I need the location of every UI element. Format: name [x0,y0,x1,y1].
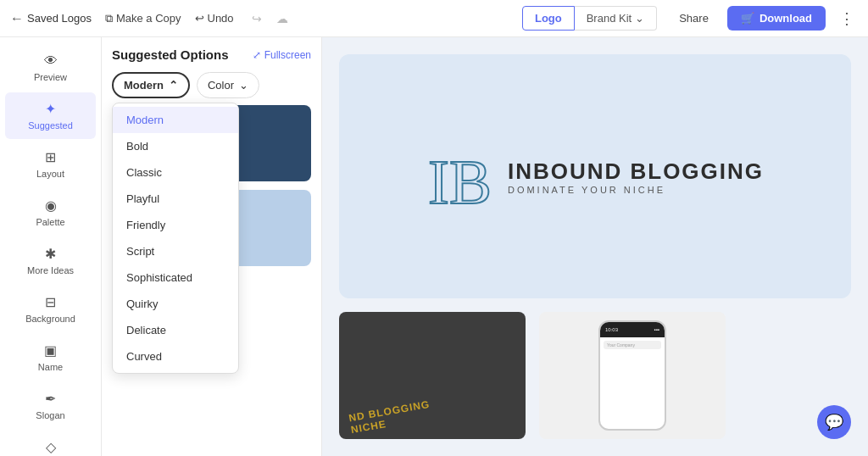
brandkit-label: Brand Kit [587,12,632,25]
sidebar-label-background: Background [25,314,75,324]
chat-icon: 💬 [825,413,843,431]
share-button[interactable]: Share [670,7,717,30]
dropdown-item-modern[interactable]: Modern [113,107,238,133]
sidebar-label-suggested: Suggested [28,120,73,131]
phone-screen: Your Company [600,337,665,429]
logo-text: INBOUND BLOGGING DOMINATE YOUR NICHE [508,158,764,195]
dropdown-item-quirky[interactable]: Quirky [113,291,238,317]
sidebar-label-more-ideas: More Ideas [27,265,74,275]
sidebar: 👁 Preview ✦ Suggested ⊞ Layout ◉ Palette… [0,37,102,456]
layout-icon: ⊞ [45,149,56,165]
preview-area: IB INBOUND BLOGGING DOMINATE YOUR NICHE … [322,37,868,456]
back-arrow-icon: ← [10,11,24,26]
topnav-icons: ↪ ☁ [248,9,292,28]
tab-brandkit[interactable]: Brand Kit ⌄ [575,6,657,31]
make-copy-button[interactable]: ⧉ Make a Copy [105,12,181,25]
main-content: 👁 Preview ✦ Suggested ⊞ Layout ◉ Palette… [0,37,868,456]
fullscreen-button[interactable]: ⤢ Fullscreen [253,49,311,61]
card-logo-text: ND BLOGGINGNICHE [348,398,432,436]
copy-icon: ⧉ [105,12,113,25]
main-logo-preview[interactable]: IB INBOUND BLOGGING DOMINATE YOUR NICHE [339,54,851,298]
more-menu-button[interactable]: ⋮ [836,6,858,31]
panel-header: Suggested Options ⤢ Fullscreen [112,47,311,62]
back-button[interactable]: ← Saved Logos [10,11,92,26]
symbol-icon: ◇ [46,439,56,455]
tab-logo[interactable]: Logo [522,6,575,31]
sidebar-label-palette: Palette [36,217,64,227]
sidebar-item-preview[interactable]: 👁 Preview [5,45,96,91]
dropdown-item-curved[interactable]: Curved [113,343,238,370]
undo-icon: ↩ [195,12,204,25]
logo-icon-mark: IB [426,142,494,210]
panel-title: Suggested Options [112,47,229,62]
sidebar-label-preview: Preview [34,72,67,82]
phone-time: 10:03 [605,327,618,332]
fullscreen-label: Fullscreen [264,49,311,61]
chat-support-button[interactable]: 💬 [817,405,851,439]
preview-mockups-row: ND BLOGGINGNICHE 10:03 ▪▪▪ Your Company [339,312,851,439]
svg-text:IB: IB [428,147,492,210]
dropdown-item-delicate[interactable]: Delicate [113,317,238,343]
dropdown-item-script[interactable]: Script [113,238,238,264]
style-filter-chevron-icon: ⌃ [169,79,178,92]
phone-search-bar: Your Company [604,341,661,349]
phone-status-bar: 10:03 ▪▪▪ [600,322,665,337]
logo-main-text: INBOUND BLOGGING [508,158,764,185]
download-label: Download [760,12,812,25]
background-icon: ⊟ [45,294,56,310]
options-panel: Suggested Options ⤢ Fullscreen Modern ⌃ … [102,37,322,456]
tab-switcher: Logo Brand Kit ⌄ [522,6,657,31]
color-filter-button[interactable]: Color ⌄ [197,72,259,98]
more-ideas-icon: ✱ [45,246,56,262]
redo-icon[interactable]: ↪ [248,9,266,28]
sidebar-item-symbol[interactable]: ◇ Symbol [5,431,96,456]
dropdown-item-playful[interactable]: Playful [113,186,238,212]
undo-label: Undo [208,12,234,25]
download-button[interactable]: 🛒 Download [727,6,826,31]
dropdown-item-sophisticated[interactable]: Sophisticated [113,264,238,291]
undo-button[interactable]: ↩ Undo [195,12,234,25]
name-icon: ▣ [44,342,57,359]
saved-logos-label: Saved Logos [27,12,92,25]
sidebar-item-slogan[interactable]: ✒ Slogan [5,382,96,429]
fullscreen-icon: ⤢ [253,49,261,61]
ib-logo-svg: IB [426,142,494,210]
suggested-icon: ✦ [45,101,56,117]
filter-row: Modern ⌃ Color ⌄ Modern Bold Classic Pla… [112,72,311,98]
dropdown-item-bold[interactable]: Bold [113,133,238,159]
sidebar-item-background[interactable]: ⊟ Background [5,286,96,332]
style-dropdown: Modern Bold Classic Playful Friendly Scr… [112,103,239,374]
color-filter-chevron-icon: ⌄ [239,79,248,92]
brandkit-chevron-icon: ⌄ [635,12,644,25]
dropdown-item-classic[interactable]: Classic [113,159,238,186]
style-filter-label: Modern [124,79,164,92]
sidebar-item-name[interactable]: ▣ Name [5,334,96,381]
topnav-left: ← Saved Logos ⧉ Make a Copy ↩ Undo ↪ ☁ [10,9,509,28]
sidebar-item-suggested[interactable]: ✦ Suggested [5,92,96,139]
slogan-icon: ✒ [45,391,56,407]
logo-sub-text: DOMINATE YOUR NICHE [508,185,764,195]
business-card-mockup[interactable]: ND BLOGGINGNICHE [339,312,526,439]
style-filter-button[interactable]: Modern ⌃ [112,72,190,98]
sidebar-item-palette[interactable]: ◉ Palette [5,189,96,236]
phone-device: 10:03 ▪▪▪ Your Company [598,320,666,431]
phone-mockup-card[interactable]: 10:03 ▪▪▪ Your Company [539,312,726,439]
phone-signal-icon: ▪▪▪ [654,327,659,332]
sidebar-item-layout[interactable]: ⊞ Layout [5,141,96,187]
copy-label: Make a Copy [116,12,181,25]
logo-composition: IB INBOUND BLOGGING DOMINATE YOUR NICHE [426,142,764,210]
sidebar-label-slogan: Slogan [36,410,64,420]
color-filter-label: Color [208,79,234,92]
dropdown-item-friendly[interactable]: Friendly [113,212,238,238]
topnav-right: Share 🛒 Download ⋮ [670,6,858,31]
palette-icon: ◉ [45,197,57,214]
cloud-icon: ☁ [273,9,292,28]
sidebar-label-layout: Layout [36,169,64,179]
top-navigation: ← Saved Logos ⧉ Make a Copy ↩ Undo ↪ ☁ L… [0,0,868,37]
download-icon: 🛒 [741,12,754,25]
sidebar-label-name: Name [38,362,63,372]
sidebar-item-more-ideas[interactable]: ✱ More Ideas [5,237,96,284]
eye-icon: 👁 [44,53,58,69]
